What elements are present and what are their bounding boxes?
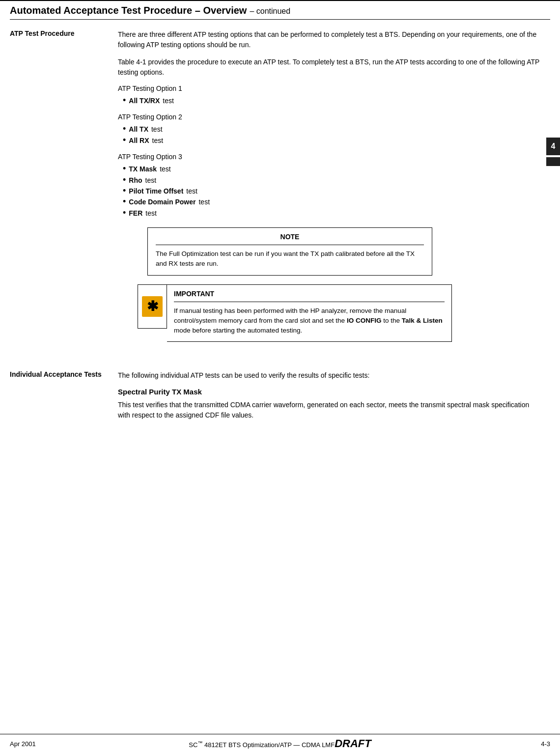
option3-item5-bold: FER [129,208,142,219]
important-icon-box: ✱ [138,284,167,329]
important-text2: to the [381,317,401,324]
footer-main: 4812ET BTS Optimization/ATP — CDMA LMF [202,741,335,749]
option3-item3-bold: Pilot Time Offset [129,186,183,196]
iat-para1: The following individual ATP tests can b… [118,370,540,381]
side-tab-bar [546,157,560,166]
option2-list: All TX test All RX test [118,124,540,146]
page-header: Automated Acceptance Test Procedure – Ov… [0,0,560,19]
side-tab: 4 [546,138,560,166]
option1-item1-bold: All TX/RX [129,95,160,106]
important-title: IMPORTANT [174,290,445,298]
list-item: TX Mask test [123,164,540,174]
atp-section-label: ATP Test Procedure [10,29,108,351]
option3-item4-bold: Code Domain Power [129,196,196,207]
list-item: FER test [123,208,540,219]
option1-item1-rest: test [163,95,174,106]
option3-item5-rest: test [145,208,157,219]
list-item: All RX test [123,135,540,146]
option1-label: ATP Testing Option 1 [118,84,540,92]
side-tab-number: 4 [546,138,560,155]
page-footer: Apr 2001 SC™ 4812ET BTS Optimization/ATP… [0,734,560,753]
list-item: Pilot Time Offset test [123,186,540,196]
footer-date: Apr 2001 [10,740,145,748]
atp-section-content: There are three different ATP testing op… [108,29,540,351]
note-box: NOTE The Full Optimization test can be r… [147,227,432,276]
iat-section-content: The following individual ATP tests can b… [108,370,540,427]
option3-item2-rest: test [145,175,157,186]
option2-label: ATP Testing Option 2 [118,113,540,121]
note-title: NOTE [156,233,424,241]
option2-item1-rest: test [151,124,163,135]
option2-item2-bold: All RX [129,135,149,146]
option1-list: All TX/RX test [118,95,540,106]
footer-page-number: 4-3 [415,740,550,748]
list-item: All TX test [123,124,540,135]
important-text3: mode before starting the automated testi… [174,327,302,334]
asterisk-icon: ✱ [147,298,158,314]
footer-tm: ™ [197,740,202,746]
atp-para1: There are three different ATP testing op… [118,29,540,50]
option3-label: ATP Testing Option 3 [118,153,540,161]
page-container: Automated Acceptance Test Procedure – Ov… [0,0,560,753]
footer-sc: SC [189,741,197,749]
important-divider [174,302,445,302]
important-text: If manual testing has been performed wit… [174,306,445,336]
footer-center: SC™ 4812ET BTS Optimization/ATP — CDMA L… [145,737,415,750]
option3-list: TX Mask test Rho test Pilot Time Offset … [118,164,540,219]
option3-item1-bold: TX Mask [129,164,157,174]
note-text: The Full Optimization test can be run if… [156,249,424,269]
list-item: Rho test [123,175,540,186]
page-title: Automated Acceptance Test Procedure – Ov… [10,5,247,16]
important-content-box: IMPORTANT If manual testing has been per… [167,284,452,342]
atp-para2: Table 4-1 provides the procedure to exec… [118,57,540,78]
iat-section: Individual Acceptance Tests The followin… [0,361,560,432]
important-container: ✱ IMPORTANT If manual testing has been p… [138,284,452,342]
iat-para2: This test verifies that the transmitted … [118,400,540,420]
iat-subheading: Spectral Purity TX Mask [118,388,540,396]
note-divider [156,245,424,245]
list-item: Code Domain Power test [123,196,540,207]
option3-item3-rest: test [186,186,197,196]
list-item: All TX/RX test [123,95,540,106]
option3-item2-bold: Rho [129,175,142,186]
iat-section-label: Individual Acceptance Tests [10,370,108,427]
option2-item2-rest: test [152,135,164,146]
option2-item1-bold: All TX [129,124,148,135]
option3-item4-rest: test [198,196,210,207]
important-icon-inner: ✱ [142,296,163,317]
option3-item1-rest: test [160,164,171,174]
footer-draft: DRAFT [335,737,371,750]
atp-section: ATP Test Procedure There are three diffe… [0,20,560,361]
important-bold1: IO CONFIG [347,317,382,324]
important-bold2: Talk & Listen [402,317,443,324]
page-subtitle: – continued [250,7,290,16]
